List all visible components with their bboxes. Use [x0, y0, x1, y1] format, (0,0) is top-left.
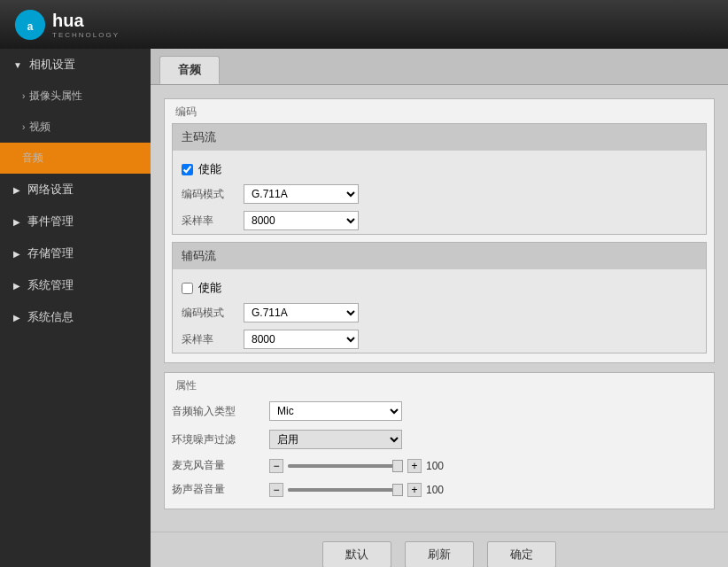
- mic-volume-label: 麦克风音量: [172, 458, 269, 473]
- speaker-volume-decrease-button[interactable]: −: [269, 483, 283, 497]
- sub-stream-codec-label: 编码模式: [182, 306, 244, 321]
- tab-audio-label: 音频: [178, 63, 201, 76]
- sidebar-label-camera-properties: 摄像头属性: [29, 89, 82, 104]
- expand-arrow-icon: ▼: [13, 60, 22, 70]
- main-stream-enable-checkbox[interactable]: [182, 164, 193, 175]
- sidebar-item-audio[interactable]: 音频: [0, 143, 151, 174]
- logo-subtitle: TECHNOLOGY: [52, 31, 120, 39]
- properties-section: 属性 音频输入类型 Mic 环境噪声过滤 启用: [164, 372, 715, 509]
- arrow-right-icon: ›: [22, 91, 25, 101]
- noise-filter-select[interactable]: 启用: [269, 430, 402, 449]
- speaker-volume-increase-button[interactable]: +: [407, 483, 422, 497]
- mic-volume-row: 麦克风音量 − + 100: [165, 454, 714, 478]
- main-stream-enable-label: 使能: [198, 161, 221, 177]
- sidebar-item-video[interactable]: › 视频: [0, 112, 151, 143]
- sidebar-label-system-management: 系统管理: [27, 277, 74, 293]
- sidebar-item-camera-settings[interactable]: ▼ 相机设置: [0, 49, 151, 81]
- sidebar-label-system-info: 系统信息: [27, 309, 74, 325]
- logo-area: a hua TECHNOLOGY: [13, 8, 120, 42]
- audio-input-type-label: 音频输入类型: [172, 404, 269, 419]
- audio-input-type-select[interactable]: Mic: [269, 401, 402, 421]
- noise-filter-label: 环境噪声过滤: [172, 432, 269, 447]
- sub-stream-enable-row: 使能: [173, 276, 706, 299]
- page-content: 编码 主码流 使能 编码模式: [151, 85, 728, 532]
- main-stream-codec-label: 编码模式: [182, 187, 244, 202]
- audio-input-type-row: 音频输入类型 Mic: [165, 397, 714, 425]
- expand-arrow-network-icon: ▶: [13, 185, 20, 195]
- sidebar-item-system-info[interactable]: ▶ 系统信息: [0, 301, 151, 333]
- mic-volume-track[interactable]: [288, 464, 403, 468]
- mic-volume-decrease-button[interactable]: −: [269, 459, 283, 473]
- mic-volume-value: 100: [426, 460, 451, 472]
- sub-stream-samplerate-label: 采样率: [182, 332, 244, 347]
- sub-stream-enable-checkbox[interactable]: [182, 283, 193, 294]
- speaker-volume-row: 扬声器音量 − + 100: [165, 478, 714, 501]
- content-area: 音频 编码 主码流: [151, 49, 728, 567]
- sidebar-label-network-settings: 网络设置: [27, 182, 74, 198]
- arrow-right-icon2: ›: [22, 122, 25, 132]
- default-button[interactable]: 默认: [322, 541, 391, 567]
- main-stream-samplerate-select[interactable]: 8000: [244, 211, 359, 230]
- confirm-button[interactable]: 确定: [487, 541, 556, 567]
- sidebar-label-video: 视频: [29, 120, 50, 135]
- speaker-volume-value: 100: [426, 484, 451, 496]
- sub-stream-title: 辅码流: [182, 249, 216, 262]
- expand-arrow-event-icon: ▶: [13, 217, 20, 227]
- main-stream-samplerate-row: 采样率 8000: [173, 207, 706, 234]
- sub-stream-block: 辅码流 使能 编码模式 G.711A: [172, 242, 707, 353]
- dahua-logo-icon: a: [13, 8, 47, 42]
- sidebar: ▼ 相机设置 › 摄像头属性 › 视频 音频 ▶ 网络设置 ▶ 事件: [0, 49, 151, 567]
- speaker-volume-thumb[interactable]: [392, 484, 403, 496]
- expand-arrow-storage-icon: ▶: [13, 249, 20, 259]
- main-stream-header: 主码流: [173, 124, 706, 151]
- logo-brand: hua: [52, 10, 120, 31]
- sub-stream-enable-label: 使能: [198, 280, 221, 296]
- main-stream-codec-select[interactable]: G.711A: [244, 184, 359, 204]
- tab-audio[interactable]: 音频: [159, 56, 220, 84]
- expand-arrow-sysinfo-icon: ▶: [13, 313, 20, 322]
- mic-volume-fill: [288, 464, 403, 468]
- mic-volume-slider-container: − + 100: [269, 459, 451, 473]
- sub-stream-samplerate-select[interactable]: 8000: [244, 330, 359, 349]
- tab-bar: 音频: [151, 49, 728, 85]
- sidebar-item-storage-management[interactable]: ▶ 存储管理: [0, 237, 151, 269]
- mic-volume-increase-button[interactable]: +: [407, 459, 422, 473]
- sub-stream-samplerate-row: 采样率 8000: [173, 326, 706, 353]
- speaker-volume-fill: [288, 488, 403, 492]
- sidebar-item-network-settings[interactable]: ▶ 网络设置: [0, 174, 151, 206]
- encoding-section: 编码 主码流 使能 编码模式: [164, 98, 715, 363]
- main-stream-samplerate-label: 采样率: [182, 214, 244, 229]
- bottom-button-bar: 默认 刷新 确定: [151, 532, 728, 567]
- sub-stream-codec-select[interactable]: G.711A: [244, 303, 359, 322]
- sidebar-item-camera-properties[interactable]: › 摄像头属性: [0, 81, 151, 112]
- header: a hua TECHNOLOGY: [0, 0, 728, 49]
- noise-filter-row: 环境噪声过滤 启用: [165, 425, 714, 454]
- speaker-volume-label: 扬声器音量: [172, 482, 269, 497]
- speaker-volume-track[interactable]: [288, 488, 403, 492]
- mic-volume-thumb[interactable]: [392, 460, 403, 472]
- sidebar-label-audio: 音频: [22, 151, 43, 166]
- expand-arrow-system-icon: ▶: [13, 281, 20, 291]
- sidebar-label-storage-management: 存储管理: [27, 245, 74, 261]
- main-stream-enable-row: 使能: [173, 158, 706, 181]
- sidebar-label-event-management: 事件管理: [27, 214, 74, 229]
- svg-text:a: a: [27, 19, 34, 32]
- speaker-volume-slider-container: − + 100: [269, 483, 451, 497]
- sidebar-item-system-management[interactable]: ▶ 系统管理: [0, 269, 151, 301]
- main-stream-codec-row: 编码模式 G.711A: [173, 181, 706, 207]
- encoding-section-label: 编码: [165, 99, 714, 123]
- sidebar-item-event-management[interactable]: ▶ 事件管理: [0, 206, 151, 237]
- properties-section-label: 属性: [165, 373, 714, 397]
- sub-stream-codec-row: 编码模式 G.711A: [173, 299, 706, 326]
- sub-stream-header: 辅码流: [173, 243, 706, 269]
- main-stream-block: 主码流 使能 编码模式 G.711A: [172, 123, 707, 235]
- refresh-button[interactable]: 刷新: [405, 541, 474, 567]
- main-stream-title: 主码流: [182, 130, 216, 144]
- sidebar-label-camera-settings: 相机设置: [29, 57, 75, 73]
